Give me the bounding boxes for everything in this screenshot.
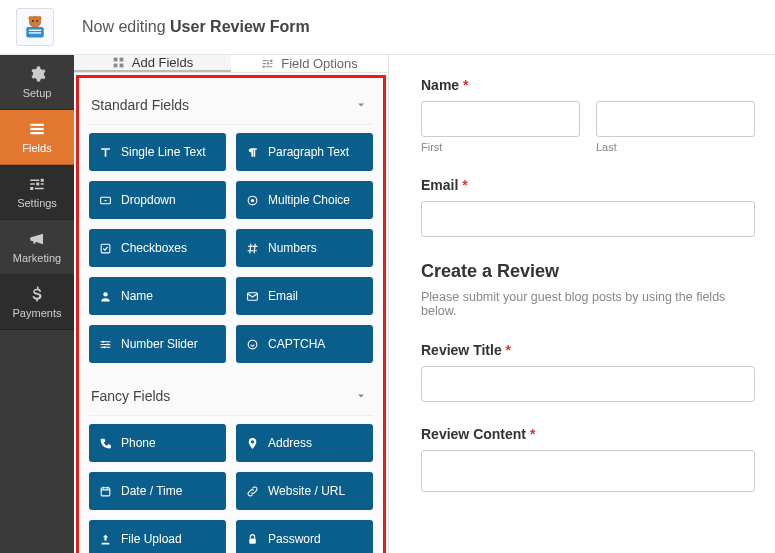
field-website-url[interactable]: Website / URL xyxy=(236,472,373,510)
field-label: Multiple Choice xyxy=(268,193,350,207)
field-name[interactable]: Name xyxy=(89,277,226,315)
top-bar: Now editing User Review Form xyxy=(0,0,775,55)
field-label: Email xyxy=(268,289,298,303)
field-label: File Upload xyxy=(121,532,182,546)
group-standard-header[interactable]: Standard Fields xyxy=(89,86,373,125)
preview-name-block: Name * First Last xyxy=(421,77,755,153)
panel-tabs: Add Fields Field Options xyxy=(74,55,388,73)
first-sublabel: First xyxy=(421,141,580,153)
nav-settings[interactable]: Settings xyxy=(0,165,74,220)
fields-area: Standard Fields Single Line Text Paragra… xyxy=(76,75,386,553)
bear-form-icon xyxy=(21,13,49,41)
envelope-icon xyxy=(246,290,259,303)
nav-marketing[interactable]: Marketing xyxy=(0,220,74,275)
svg-point-17 xyxy=(251,198,254,201)
nav-payments-label: Payments xyxy=(13,307,62,319)
svg-point-2 xyxy=(37,16,41,20)
field-label: Website / URL xyxy=(268,484,345,498)
list-icon xyxy=(28,120,46,138)
field-email[interactable]: Email xyxy=(236,277,373,315)
svg-rect-10 xyxy=(30,132,44,134)
paragraph-icon xyxy=(246,146,259,159)
fancy-fields-grid: Phone Address Date / Time Website / URL … xyxy=(89,424,373,553)
nav-fields[interactable]: Fields xyxy=(0,110,74,165)
field-file-upload[interactable]: File Upload xyxy=(89,520,226,553)
field-captcha[interactable]: CAPTCHA xyxy=(236,325,373,363)
field-label: Single Line Text xyxy=(121,145,206,159)
nav-payments[interactable]: Payments xyxy=(0,275,74,330)
field-phone[interactable]: Phone xyxy=(89,424,226,462)
field-label: Phone xyxy=(121,436,156,450)
standard-fields-grid: Single Line Text Paragraph Text Dropdown… xyxy=(89,133,373,363)
svg-point-23 xyxy=(103,346,105,348)
tab-field-options-label: Field Options xyxy=(281,56,358,71)
field-label: Dropdown xyxy=(121,193,176,207)
person-icon xyxy=(99,290,112,303)
required-mark: * xyxy=(463,77,468,93)
svg-point-4 xyxy=(36,20,38,22)
tab-add-fields[interactable]: Add Fields xyxy=(74,55,231,72)
preview-review-title-block: Review Title * xyxy=(421,342,755,402)
megaphone-icon xyxy=(28,230,46,248)
field-label: Checkboxes xyxy=(121,241,187,255)
field-paragraph-text[interactable]: Paragraph Text xyxy=(236,133,373,171)
group-fancy-header[interactable]: Fancy Fields xyxy=(89,377,373,416)
nav-fields-label: Fields xyxy=(22,142,51,154)
calendar-icon xyxy=(99,485,112,498)
checkbox-icon xyxy=(99,242,112,255)
nav-settings-label: Settings xyxy=(17,197,57,209)
review-title-label: Review Title * xyxy=(421,342,755,358)
radio-icon xyxy=(246,194,259,207)
group-standard-label: Standard Fields xyxy=(91,97,189,113)
field-date-time[interactable]: Date / Time xyxy=(89,472,226,510)
email-label: Email * xyxy=(421,177,755,193)
last-name-input[interactable] xyxy=(596,101,755,137)
field-label: Paragraph Text xyxy=(268,145,349,159)
field-multiple-choice[interactable]: Multiple Choice xyxy=(236,181,373,219)
lock-icon xyxy=(246,533,259,546)
app-logo xyxy=(16,8,54,46)
slider-icon xyxy=(99,338,112,351)
field-label: Address xyxy=(268,436,312,450)
svg-point-22 xyxy=(107,343,109,345)
sliders-icon xyxy=(28,175,46,193)
field-address[interactable]: Address xyxy=(236,424,373,462)
field-label: Date / Time xyxy=(121,484,182,498)
field-password[interactable]: Password xyxy=(236,520,373,553)
sliders-small-icon xyxy=(261,57,274,70)
field-single-line-text[interactable]: Single Line Text xyxy=(89,133,226,171)
svg-rect-9 xyxy=(30,128,44,130)
svg-rect-12 xyxy=(119,58,123,62)
review-title-label-text: Review Title xyxy=(421,342,502,358)
preview-review-content-block: Review Content * xyxy=(421,426,755,495)
required-mark: * xyxy=(506,342,511,358)
nav-setup-label: Setup xyxy=(23,87,52,99)
form-preview: Name * First Last Email * Cr xyxy=(389,55,775,553)
first-name-input[interactable] xyxy=(421,101,580,137)
svg-rect-11 xyxy=(113,58,117,62)
tab-add-fields-label: Add Fields xyxy=(132,55,193,70)
sidebar: Setup Fields Settings Marketing Payments xyxy=(0,55,74,553)
dollar-icon xyxy=(28,285,46,303)
grid-add-icon xyxy=(112,56,125,69)
email-input[interactable] xyxy=(421,201,755,237)
field-checkboxes[interactable]: Checkboxes xyxy=(89,229,226,267)
nav-setup[interactable]: Setup xyxy=(0,55,74,110)
field-numbers[interactable]: Numbers xyxy=(236,229,373,267)
field-dropdown[interactable]: Dropdown xyxy=(89,181,226,219)
svg-rect-26 xyxy=(249,538,256,543)
svg-point-19 xyxy=(103,292,107,296)
svg-rect-6 xyxy=(29,30,41,31)
field-number-slider[interactable]: Number Slider xyxy=(89,325,226,363)
review-title-input[interactable] xyxy=(421,366,755,402)
name-label: Name * xyxy=(421,77,755,93)
tab-field-options[interactable]: Field Options xyxy=(231,55,388,72)
review-content-label: Review Content * xyxy=(421,426,755,442)
upload-icon xyxy=(99,533,112,546)
field-label: Name xyxy=(121,289,153,303)
text-icon xyxy=(99,146,112,159)
chevron-down-icon xyxy=(355,390,367,402)
field-label: Password xyxy=(268,532,321,546)
svg-rect-8 xyxy=(30,124,44,126)
review-content-input[interactable] xyxy=(421,450,755,492)
